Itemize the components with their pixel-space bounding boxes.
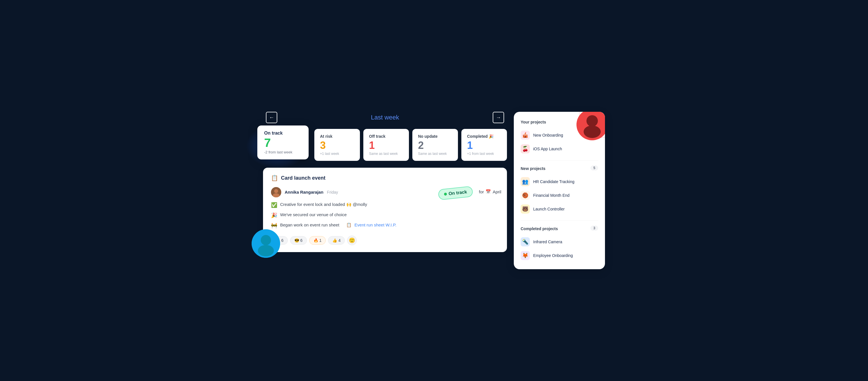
card-header: 📋 Card launch event — [271, 175, 499, 181]
completed-number: 1 — [467, 140, 501, 151]
add-reaction-button[interactable]: 🙂 — [347, 236, 357, 245]
new-projects-header: New projects 5 — [521, 165, 598, 171]
fire-count: 1 — [319, 238, 322, 243]
hr-tracking-icon: 👥 — [521, 177, 530, 186]
employee-onboarding-name: Employee Onboarding — [533, 253, 573, 258]
cool-count: 6 — [300, 238, 303, 243]
svg-point-5 — [258, 245, 274, 256]
update-text-3: Began work on event run sheet — [280, 223, 339, 227]
ios-launch-name: iOS App Launch — [533, 147, 562, 151]
financial-name: Financial Month End — [533, 193, 570, 198]
no-update-sub: Same as last week — [418, 152, 452, 156]
financial-icon: 🏀 — [521, 191, 530, 200]
off-track-label: Off track — [369, 134, 403, 139]
clap-count: 6 — [281, 238, 283, 243]
off-track-sub: Same as last week — [369, 152, 403, 156]
completed-projects-count: 3 — [590, 226, 598, 231]
construction-icon: 🚧 — [271, 223, 277, 229]
update-items: ✅ Creative for event lock and loaded 🙌 @… — [271, 202, 499, 229]
launch-controller-icon: 🐻 — [521, 204, 530, 214]
at-risk-sub: +1 last week — [320, 152, 354, 156]
reaction-thumbsup[interactable]: 👍 4 — [328, 236, 345, 245]
new-projects-title: New projects — [521, 166, 546, 171]
party-icon: 🎉 — [271, 212, 277, 218]
cool-emoji: 😎 — [294, 238, 299, 243]
status-cards: At risk 3 +1 last week Off track 1 Same … — [314, 129, 507, 161]
new-onboarding-icon: 🎪 — [521, 130, 530, 140]
update-item-1: ✅ Creative for event lock and loaded 🙌 @… — [271, 202, 499, 208]
check-icon: ✅ — [271, 202, 277, 208]
smiley-icon: 🙂 — [349, 237, 355, 243]
author-info: Annika Rangarajan Friday — [285, 189, 338, 195]
week-title: Last week — [371, 114, 399, 121]
infrared-icon: 🔦 — [521, 237, 530, 246]
back-button[interactable]: ← — [266, 112, 277, 123]
update-item-3: 🚧 Began work on event run sheet 📋 Event … — [271, 223, 499, 229]
for-april: for 📅 April — [479, 189, 501, 194]
main-container: ← Last week → On track 7 -2 from last we… — [263, 112, 605, 269]
project-infrared[interactable]: 🔦 Infrared Camera — [521, 235, 598, 249]
svg-point-4 — [261, 235, 271, 245]
main-update-card: 📋 Card launch event Annika Rangarajan Fr… — [263, 168, 507, 252]
thumbsup-emoji: 👍 — [332, 238, 337, 243]
at-risk-card: At risk 3 +1 last week — [314, 129, 360, 161]
off-track-card: Off track 1 Same as last week — [363, 129, 409, 161]
right-panel: Your projects 🎪 New Onboarding 🍒 iOS App… — [514, 112, 605, 269]
forward-button[interactable]: → — [493, 112, 504, 123]
on-track-sub: -2 from last week — [264, 150, 302, 154]
on-track-number: 7 — [264, 137, 302, 149]
project-financial[interactable]: 🏀 Financial Month End — [521, 188, 598, 202]
infrared-name: Infrared Camera — [533, 239, 562, 244]
left-panel: ← Last week → On track 7 -2 from last we… — [263, 112, 507, 252]
no-update-number: 2 — [418, 140, 452, 151]
completed-label: Completed 🎉 — [467, 134, 501, 139]
bottom-left-avatar — [252, 229, 280, 258]
no-update-card: No update 2 Same as last week — [412, 129, 458, 161]
at-risk-number: 3 — [320, 140, 354, 151]
at-risk-label: At risk — [320, 134, 354, 139]
on-track-dot — [444, 193, 447, 196]
hr-tracking-name: HR Candidate Tracking — [533, 179, 575, 184]
author-name: Annika Rangarajan — [285, 189, 323, 195]
completed-sub: +1 from last week — [467, 152, 501, 156]
ios-launch-icon: 🍒 — [521, 144, 530, 153]
new-projects-count: 5 — [590, 166, 598, 171]
new-onboarding-name: New Onboarding — [533, 133, 563, 138]
svg-point-13 — [584, 125, 601, 138]
svg-point-1 — [274, 189, 278, 193]
update-text-1: Creative for event lock and loaded 🙌 @mo… — [280, 202, 367, 207]
reaction-fire[interactable]: 🔥 1 — [309, 236, 326, 245]
nav-row: ← Last week → — [263, 112, 507, 123]
divider-1 — [521, 160, 598, 160]
link-icon: 📋 — [346, 223, 352, 228]
card-icon: 📋 — [271, 175, 278, 181]
completed-card: Completed 🎉 1 +1 from last week — [461, 129, 507, 161]
off-track-number: 1 — [369, 140, 403, 151]
update-item-2: 🎉 We've secured our venue of choice — [271, 212, 499, 218]
employee-onboarding-icon: 🦊 — [521, 251, 530, 260]
launch-controller-name: Launch Controller — [533, 207, 565, 211]
no-update-label: No update — [418, 134, 452, 139]
reactions-row: 👏 6 😎 6 🔥 1 👍 4 🙂 — [271, 236, 499, 245]
project-hr-tracking[interactable]: 👥 HR Candidate Tracking — [521, 175, 598, 188]
divider-2 — [521, 221, 598, 221]
completed-projects-header: Completed projects 3 — [521, 225, 598, 231]
event-run-sheet-link[interactable]: Event run sheet W.I.P. — [354, 223, 396, 227]
project-employee-onboarding[interactable]: 🦊 Employee Onboarding — [521, 249, 598, 262]
on-track-label: On track — [264, 130, 302, 136]
thumbsup-count: 4 — [338, 238, 341, 243]
reaction-cool[interactable]: 😎 6 — [290, 236, 307, 245]
calendar-icon: 📅 — [486, 189, 491, 194]
project-launch-controller[interactable]: 🐻 Launch Controller — [521, 202, 598, 216]
card-title: Card launch event — [281, 175, 326, 181]
author-date: Friday — [327, 190, 338, 195]
update-text-2: We've secured our venue of choice — [280, 212, 347, 217]
svg-point-12 — [586, 115, 598, 127]
completed-projects-title: Completed projects — [521, 227, 558, 231]
fire-emoji: 🔥 — [313, 238, 318, 243]
author-avatar — [271, 187, 281, 197]
on-track-card: On track 7 -2 from last week — [257, 125, 309, 159]
